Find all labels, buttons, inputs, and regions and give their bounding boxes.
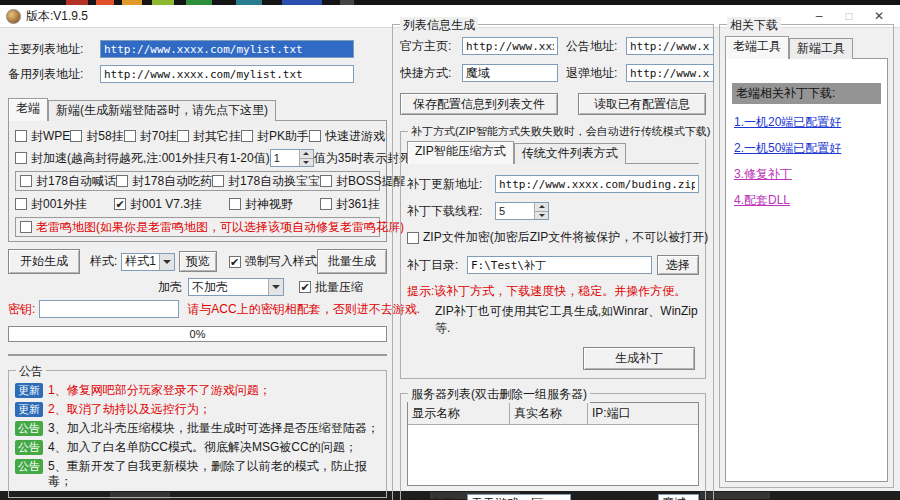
- notice-addr-input[interactable]: [626, 37, 714, 55]
- checkbox-batch-compress[interactable]: ✔批量压缩: [299, 279, 363, 296]
- checkbox-box[interactable]: [320, 175, 332, 187]
- server-table-header: 显示名称 真实名称 IP:端口: [408, 403, 698, 425]
- download-link-fix[interactable]: 3.修复补丁: [734, 166, 881, 183]
- col-display-name[interactable]: 显示名称: [408, 403, 510, 424]
- checkbox-box[interactable]: [320, 198, 332, 210]
- checkbox-box[interactable]: [20, 221, 32, 233]
- tab-traditional-mode[interactable]: 传统文件列表方式: [514, 143, 626, 164]
- patch-dir-input[interactable]: [467, 256, 652, 274]
- display-name-input[interactable]: [467, 494, 571, 500]
- tab-zip-mode[interactable]: ZIP智能压缩方式: [407, 141, 514, 164]
- download-group-title: 相关下载: [727, 17, 781, 34]
- checkbox-force-style[interactable]: ✔强制写入样式: [229, 253, 317, 270]
- col-ip-port[interactable]: IP:端口: [588, 403, 698, 424]
- checkbox-001[interactable]: 封001外挂: [15, 196, 87, 213]
- primary-list-input[interactable]: [100, 40, 354, 58]
- notice-text: 4、加入了白名单防CC模式。彻底解决MSG被CC的问题；: [48, 440, 357, 455]
- banner-title: 765MY生成器1.95版: [9, 354, 321, 356]
- checkbox-178-shout[interactable]: 封178自动喊话: [20, 173, 116, 190]
- list-info-group: 列表信息生成 官方主页: 公告地址: 快捷方式: 退弹地址: 保存配置信息到列表…: [392, 24, 714, 500]
- backup-list-input[interactable]: [100, 65, 354, 83]
- checkbox-178-pet[interactable]: 封178自动换宝宝: [212, 173, 320, 190]
- minimize-button[interactable]: –: [804, 6, 834, 26]
- checkbox-vision[interactable]: 封神视野: [229, 196, 293, 213]
- key-input[interactable]: [39, 300, 179, 318]
- thread-spinner[interactable]: 5: [495, 202, 549, 220]
- download-link-50[interactable]: 2.一机50端已配置好: [734, 140, 881, 157]
- checkbox-box[interactable]: [407, 232, 419, 244]
- checkbox-361[interactable]: 封361挂: [320, 196, 380, 213]
- server-table-body[interactable]: [408, 425, 698, 485]
- checkbox-pk[interactable]: 封PK助手: [241, 128, 309, 145]
- checkbox-box[interactable]: [20, 175, 32, 187]
- middle-panel: 列表信息生成 官方主页: 公告地址: 快捷方式: 退弹地址: 保存配置信息到列表…: [392, 24, 714, 488]
- checkbox-other[interactable]: 封其它挂: [177, 128, 241, 145]
- style-label: 样式:: [90, 253, 117, 270]
- checkbox-box[interactable]: [212, 175, 224, 187]
- choose-dir-button[interactable]: 选择: [657, 255, 699, 275]
- checkbox-wpe[interactable]: 封WPE: [15, 128, 70, 145]
- checkbox-box[interactable]: [124, 130, 136, 142]
- close-button[interactable]: ✕: [864, 6, 894, 26]
- tab-old-tools[interactable]: 老端工具: [725, 36, 789, 59]
- batch-generate-button[interactable]: 批量生成: [317, 249, 387, 274]
- style-select[interactable]: 样式1: [121, 253, 175, 271]
- window-title: 版本:V1.9.5: [26, 8, 88, 25]
- spinner-up-icon[interactable]: [300, 150, 313, 158]
- checkbox-fastenter[interactable]: 快速进游戏: [309, 128, 385, 145]
- shell-select[interactable]: 不加壳: [188, 278, 284, 296]
- maximize-button[interactable]: □: [834, 6, 864, 26]
- checkbox-speed[interactable]: 封加速(越高封得越死,注:001外挂只有1-20值): [15, 150, 270, 167]
- checkbox-58[interactable]: 封58挂: [70, 128, 123, 145]
- spinner-down-icon[interactable]: [300, 158, 313, 167]
- notice-group: 公告 更新 1、修复网吧部分玩家登录不了游戏问题； 更新 2、取消了劫持以及远控…: [8, 370, 387, 498]
- dropdown-arrow-icon[interactable]: [268, 279, 283, 295]
- checkbox-178-potion[interactable]: 封178自动吃药: [116, 173, 212, 190]
- download-link-dll[interactable]: 4.配套DLL: [734, 192, 881, 209]
- download-link-20[interactable]: 1.一机20端已配置好: [734, 114, 881, 131]
- checkbox-70[interactable]: 封70挂: [124, 128, 177, 145]
- checkbox-box[interactable]: [116, 175, 128, 187]
- tab-new-tools[interactable]: 新端工具: [789, 38, 853, 59]
- start-generate-button[interactable]: 开始生成: [8, 249, 80, 274]
- bounce-addr-input[interactable]: [626, 64, 714, 82]
- checkbox-001-v73[interactable]: ✔封001 V7.3挂: [114, 196, 202, 213]
- checkbox-leiming-map[interactable]: 老雷鸣地图(如果你是老雷鸣地图，可以选择该项自动修复老雷鸣花屏): [20, 219, 404, 236]
- checkbox-box[interactable]: [241, 130, 253, 142]
- shortcut-input[interactable]: [462, 64, 558, 82]
- checkbox-box[interactable]: [309, 130, 321, 142]
- tab-new-client[interactable]: 新端(生成新端登陆器时，请先点下这里): [48, 100, 276, 121]
- speed-value-spinner[interactable]: 1: [270, 149, 314, 167]
- checkbox-box[interactable]: ✔: [114, 198, 126, 210]
- dropdown-arrow-icon[interactable]: [159, 254, 174, 270]
- spinner-down-icon[interactable]: [535, 211, 548, 220]
- notice-badge: 公告: [15, 440, 43, 455]
- col-real-name[interactable]: 真实名称: [510, 403, 588, 424]
- preview-button[interactable]: 预览: [179, 251, 217, 272]
- checkbox-box[interactable]: [15, 130, 27, 142]
- patch-thread-label: 补丁下载线程:: [407, 203, 495, 220]
- real-name-input[interactable]: [658, 494, 699, 500]
- checkbox-zip-encrypt[interactable]: ZIP文件加密(加密后ZIP文件将被保护，不可以被打开): [407, 229, 708, 246]
- server-table[interactable]: 显示名称 真实名称 IP:端口: [407, 402, 699, 486]
- generate-patch-button[interactable]: 生成补丁: [583, 347, 695, 370]
- download-tab-panel: 老端相关补丁下载: 1.一机20端已配置好 2.一机50端已配置好 3.修复补丁…: [725, 58, 888, 482]
- patch-url-input[interactable]: [495, 175, 699, 193]
- patch-group: 补丁方式(ZIP智能方式失败失败时，会自动进行传统模式下载) ZIP智能压缩方式…: [400, 131, 706, 379]
- checkbox-box[interactable]: [15, 198, 27, 210]
- official-home-input[interactable]: [462, 37, 558, 55]
- notice-text: 2、取消了劫持以及远控行为；: [48, 402, 211, 417]
- checkbox-box[interactable]: [229, 198, 241, 210]
- patch-url-label: 补丁更新地址:: [407, 176, 495, 193]
- checkbox-box[interactable]: ✔: [299, 281, 311, 293]
- spinner-up-icon[interactable]: [535, 203, 548, 211]
- tab-old-client[interactable]: 老端: [8, 98, 48, 121]
- checkbox-box[interactable]: [177, 130, 189, 142]
- checkbox-box[interactable]: [15, 152, 27, 164]
- official-home-label: 官方主页:: [400, 38, 462, 55]
- save-config-button[interactable]: 保存配置信息到列表文件: [400, 93, 558, 115]
- backup-list-label: 备用列表地址:: [8, 66, 100, 83]
- checkbox-box[interactable]: ✔: [229, 256, 241, 268]
- checkbox-box[interactable]: [70, 130, 82, 142]
- read-config-button[interactable]: 读取已有配置信息: [578, 93, 706, 115]
